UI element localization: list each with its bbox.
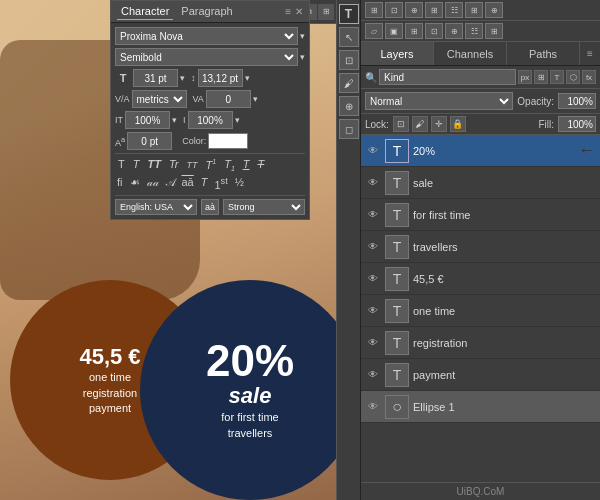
layer-eye-registration[interactable]: 👁 <box>365 335 381 351</box>
layer-item-20pct[interactable]: 👁 T 20% ← <box>361 135 600 167</box>
language-select[interactable]: English: USA <box>115 199 197 215</box>
layer-eye-one-time[interactable]: 👁 <box>365 303 381 319</box>
style-btn-italic-t[interactable]: T <box>130 157 143 173</box>
top-icon-5[interactable]: ☷ <box>445 2 463 18</box>
tab-character[interactable]: Character <box>117 3 173 20</box>
tool-arrow[interactable]: ↖ <box>339 27 359 47</box>
top-icon-14[interactable]: ⊞ <box>485 23 503 39</box>
lock-paint-btn[interactable]: 🖌 <box>412 116 428 132</box>
tool-eraser[interactable]: ◻ <box>339 119 359 139</box>
style-btn-normal-t[interactable]: T <box>115 157 128 173</box>
opacity-input[interactable]: 100% <box>558 93 596 109</box>
font-weight-select[interactable]: Semibold <box>115 48 298 66</box>
style-btn-super[interactable]: T1 <box>203 157 220 173</box>
glyph-overline[interactable]: aā <box>180 175 196 192</box>
tool-clone[interactable]: ⊕ <box>339 96 359 116</box>
top-icon-12[interactable]: ⊕ <box>445 23 463 39</box>
top-icon-6[interactable]: ⊞ <box>465 2 483 18</box>
glyph-fi[interactable]: fi <box>115 175 125 192</box>
dropdown-icon4: ▾ <box>245 73 250 83</box>
layer-eye-price[interactable]: 👁 <box>365 271 381 287</box>
price-text: 45,5 € <box>79 344 140 370</box>
top-icon-4[interactable]: ⊞ <box>425 2 443 18</box>
layer-eye-sale[interactable]: 👁 <box>365 175 381 191</box>
tool-crop[interactable]: ⊡ <box>339 50 359 70</box>
style-btn-bold-t[interactable]: TT <box>144 157 163 173</box>
layer-name-one-time: one time <box>413 305 596 317</box>
filter-icon-3[interactable]: T <box>550 70 564 84</box>
filter-icon-4[interactable]: ⬡ <box>566 70 580 84</box>
tool-type[interactable]: T <box>339 4 359 24</box>
layers-tab-menu[interactable]: ≡ <box>580 42 600 65</box>
fill-input[interactable]: 100% <box>558 116 596 132</box>
line-height-input[interactable]: 13,12 pt <box>198 69 243 87</box>
glyph-a-alt[interactable]: 𝒜 <box>164 175 177 192</box>
tab-layers[interactable]: Layers <box>361 42 434 65</box>
tool-brush[interactable]: 🖌 <box>339 73 359 93</box>
top-icon-11[interactable]: ⊡ <box>425 23 443 39</box>
layer-item-price[interactable]: 👁 T 45,5 € <box>361 263 600 295</box>
tab-channels[interactable]: Channels <box>434 42 507 65</box>
dropdown-icon: ▾ <box>300 31 305 41</box>
top-icon-7[interactable]: ⊕ <box>485 2 503 18</box>
layer-item-travellers[interactable]: 👁 T travellers <box>361 231 600 263</box>
layer-item-payment[interactable]: 👁 T payment <box>361 359 600 391</box>
style-btn-strike[interactable]: T <box>255 157 268 173</box>
filter-icon-1[interactable]: px <box>518 70 532 84</box>
top-icon-10[interactable]: ⊞ <box>405 23 423 39</box>
top-icon-13[interactable]: ☷ <box>465 23 483 39</box>
glyph-t-script[interactable]: T <box>199 175 210 192</box>
canvas-icon-6[interactable]: ⊞ <box>318 4 334 20</box>
layer-item-for-first-time[interactable]: 👁 T for first time <box>361 199 600 231</box>
language-row: English: USA aà Strong <box>115 199 305 215</box>
layer-name-price: 45,5 € <box>413 273 596 285</box>
baseline-input[interactable]: 0 pt <box>127 132 172 150</box>
lock-all-btn[interactable]: 🔒 <box>450 116 466 132</box>
layers-search-input[interactable]: Kind <box>379 69 516 85</box>
style-btn-smallcaps[interactable]: TT <box>184 157 201 173</box>
layer-eye-travellers[interactable]: 👁 <box>365 239 381 255</box>
scale-h-input[interactable]: 100% <box>188 111 233 129</box>
aa-button[interactable]: aà <box>201 199 219 215</box>
aa-select[interactable]: Strong <box>223 199 305 215</box>
style-btn-sub[interactable]: T1 <box>221 157 238 173</box>
panel-close-button[interactable]: ✕ <box>295 6 303 17</box>
lock-icons: ⊡ 🖌 ✛ 🔒 <box>393 116 466 132</box>
filter-icons: px ⊞ T ⬡ fx <box>518 70 596 84</box>
color-swatch[interactable] <box>208 133 248 149</box>
tab-paths[interactable]: Paths <box>507 42 580 65</box>
layer-eye-20pct[interactable]: 👁 <box>365 143 381 159</box>
top-icon-8[interactable]: ▱ <box>365 23 383 39</box>
layer-name-ellipse: Ellipse 1 <box>413 401 596 413</box>
lock-position-btn[interactable]: ✛ <box>431 116 447 132</box>
panel-menu-icon[interactable]: ≡ <box>285 6 291 17</box>
lock-transparent-btn[interactable]: ⊡ <box>393 116 409 132</box>
glyph-1st[interactable]: 1st <box>212 175 229 192</box>
blend-mode-row: Normal Opacity: 100% <box>361 89 600 114</box>
style-btn-underline[interactable]: T <box>240 157 253 173</box>
filter-icon-5[interactable]: fx <box>582 70 596 84</box>
top-icon-9[interactable]: ▣ <box>385 23 403 39</box>
layer-eye-for-first-time[interactable]: 👁 <box>365 207 381 223</box>
tab-paragraph[interactable]: Paragraph <box>177 3 236 20</box>
layer-item-registration[interactable]: 👁 T registration <box>361 327 600 359</box>
top-icon-1[interactable]: ⊞ <box>365 2 383 18</box>
layer-item-one-time[interactable]: 👁 T one time <box>361 295 600 327</box>
style-btn-caps[interactable]: Tr <box>166 157 182 173</box>
layer-item-sale[interactable]: 👁 T sale <box>361 167 600 199</box>
top-icon-3[interactable]: ⊕ <box>405 2 423 18</box>
glyph-ornament[interactable]: ☙ <box>128 175 142 192</box>
kerning-input[interactable]: 0 <box>206 90 251 108</box>
layer-item-ellipse[interactable]: 👁 ○ Ellipse 1 <box>361 391 600 423</box>
font-family-select[interactable]: Proxima Nova <box>115 27 298 45</box>
tracking-select[interactable]: metrics <box>132 90 187 108</box>
font-size-input[interactable]: 31 pt <box>133 69 178 87</box>
top-icon-2[interactable]: ⊡ <box>385 2 403 18</box>
layer-eye-ellipse[interactable]: 👁 <box>365 399 381 415</box>
glyph-half[interactable]: ½ <box>233 175 246 192</box>
scale-v-input[interactable]: 100% <box>125 111 170 129</box>
layer-eye-payment[interactable]: 👁 <box>365 367 381 383</box>
glyph-aa-script[interactable]: 𝒶𝒶 <box>145 175 161 192</box>
blend-mode-select[interactable]: Normal <box>365 92 513 110</box>
filter-icon-2[interactable]: ⊞ <box>534 70 548 84</box>
